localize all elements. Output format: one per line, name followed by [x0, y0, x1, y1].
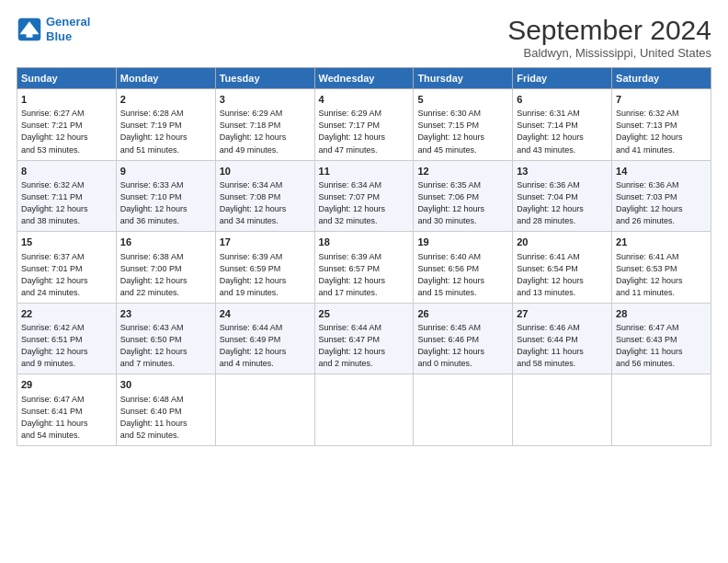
col-header-thursday: Thursday — [414, 68, 513, 89]
cell-2-2: 17Sunrise: 6:39 AMSunset: 6:59 PMDayligh… — [215, 232, 314, 304]
day-number: 27 — [517, 307, 608, 321]
day-number: 12 — [417, 165, 508, 178]
cell-content: Sunrise: 6:43 AMSunset: 6:50 PMDaylight:… — [120, 322, 211, 370]
day-number: 14 — [616, 165, 707, 178]
cell-4-1: 30Sunrise: 6:48 AMSunset: 6:40 PMDayligh… — [116, 374, 215, 446]
logo-icon — [17, 17, 42, 42]
cell-1-1: 9Sunrise: 6:33 AMSunset: 7:10 PMDaylight… — [116, 160, 215, 232]
cell-content: Sunrise: 6:34 AMSunset: 7:08 PMDaylight:… — [220, 179, 311, 227]
cell-content: Sunrise: 6:47 AMSunset: 6:41 PMDaylight:… — [21, 394, 112, 442]
cell-content: Sunrise: 6:44 AMSunset: 6:49 PMDaylight:… — [220, 322, 311, 370]
cell-content: Sunrise: 6:32 AMSunset: 7:11 PMDaylight:… — [21, 179, 112, 227]
header: General Blue September 2024 Baldwyn, Mis… — [17, 15, 711, 60]
main-title: September 2024 — [507, 15, 711, 46]
week-row-1: 8Sunrise: 6:32 AMSunset: 7:11 PMDaylight… — [17, 160, 711, 232]
cell-content: Sunrise: 6:28 AMSunset: 7:19 PMDaylight:… — [120, 108, 211, 155]
cell-2-4: 19Sunrise: 6:40 AMSunset: 6:56 PMDayligh… — [414, 232, 513, 304]
col-header-saturday: Saturday — [612, 68, 711, 89]
day-number: 25 — [319, 307, 410, 321]
day-number: 10 — [220, 165, 311, 178]
cell-content: Sunrise: 6:46 AMSunset: 6:44 PMDaylight:… — [517, 322, 608, 370]
day-number: 7 — [616, 93, 707, 107]
cell-content: Sunrise: 6:31 AMSunset: 7:14 PMDaylight:… — [517, 108, 608, 155]
day-number: 19 — [417, 236, 508, 249]
cell-content: Sunrise: 6:41 AMSunset: 6:53 PMDaylight:… — [616, 251, 707, 299]
day-number: 13 — [517, 165, 608, 178]
cell-0-6: 7Sunrise: 6:32 AMSunset: 7:13 PMDaylight… — [612, 89, 711, 161]
cell-4-6 — [612, 374, 711, 446]
logo-text: General Blue — [46, 15, 90, 43]
cell-content: Sunrise: 6:35 AMSunset: 7:06 PMDaylight:… — [417, 179, 508, 227]
cell-1-2: 10Sunrise: 6:34 AMSunset: 7:08 PMDayligh… — [215, 160, 314, 232]
cell-1-4: 12Sunrise: 6:35 AMSunset: 7:06 PMDayligh… — [414, 160, 513, 232]
day-number: 20 — [517, 236, 608, 249]
day-number: 29 — [21, 378, 112, 392]
cell-content: Sunrise: 6:40 AMSunset: 6:56 PMDaylight:… — [417, 251, 508, 299]
cell-content: Sunrise: 6:27 AMSunset: 7:21 PMDaylight:… — [21, 108, 112, 155]
cell-content: Sunrise: 6:29 AMSunset: 7:17 PMDaylight:… — [319, 108, 410, 155]
cell-content: Sunrise: 6:48 AMSunset: 6:40 PMDaylight:… — [120, 394, 211, 442]
cell-content: Sunrise: 6:39 AMSunset: 6:57 PMDaylight:… — [319, 251, 410, 299]
cell-4-0: 29Sunrise: 6:47 AMSunset: 6:41 PMDayligh… — [17, 374, 117, 446]
cell-3-6: 28Sunrise: 6:47 AMSunset: 6:43 PMDayligh… — [612, 303, 711, 374]
day-number: 26 — [417, 307, 508, 321]
logo: General Blue — [17, 15, 90, 43]
cell-4-2 — [215, 374, 314, 446]
day-number: 6 — [517, 93, 608, 107]
cell-content: Sunrise: 6:45 AMSunset: 6:46 PMDaylight:… — [417, 322, 508, 370]
cell-content: Sunrise: 6:33 AMSunset: 7:10 PMDaylight:… — [120, 179, 211, 227]
cell-content: Sunrise: 6:39 AMSunset: 6:59 PMDaylight:… — [220, 251, 311, 299]
day-number: 17 — [220, 236, 311, 249]
title-block: September 2024 Baldwyn, Mississippi, Uni… — [507, 15, 711, 60]
col-header-sunday: Sunday — [17, 68, 117, 89]
day-number: 4 — [319, 93, 410, 107]
cell-3-4: 26Sunrise: 6:45 AMSunset: 6:46 PMDayligh… — [414, 303, 513, 374]
day-number: 23 — [120, 307, 211, 321]
cell-3-2: 24Sunrise: 6:44 AMSunset: 6:49 PMDayligh… — [215, 303, 314, 374]
col-header-friday: Friday — [513, 68, 612, 89]
cell-2-5: 20Sunrise: 6:41 AMSunset: 6:54 PMDayligh… — [513, 232, 612, 304]
cell-1-5: 13Sunrise: 6:36 AMSunset: 7:04 PMDayligh… — [513, 160, 612, 232]
cell-content: Sunrise: 6:44 AMSunset: 6:47 PMDaylight:… — [319, 322, 410, 370]
page: General Blue September 2024 Baldwyn, Mis… — [0, 0, 728, 563]
cell-4-4 — [414, 374, 513, 446]
cell-0-2: 3Sunrise: 6:29 AMSunset: 7:18 PMDaylight… — [215, 89, 314, 161]
cell-4-3 — [314, 374, 414, 446]
col-header-monday: Monday — [116, 68, 215, 89]
cell-content: Sunrise: 6:47 AMSunset: 6:43 PMDaylight:… — [616, 322, 707, 370]
cell-0-5: 6Sunrise: 6:31 AMSunset: 7:14 PMDaylight… — [513, 89, 612, 161]
cell-content: Sunrise: 6:36 AMSunset: 7:03 PMDaylight:… — [616, 179, 707, 227]
col-header-wednesday: Wednesday — [314, 68, 414, 89]
cell-2-1: 16Sunrise: 6:38 AMSunset: 7:00 PMDayligh… — [116, 232, 215, 304]
cell-content: Sunrise: 6:42 AMSunset: 6:51 PMDaylight:… — [21, 322, 112, 370]
cell-3-5: 27Sunrise: 6:46 AMSunset: 6:44 PMDayligh… — [513, 303, 612, 374]
day-number: 8 — [21, 165, 112, 178]
week-row-0: 1Sunrise: 6:27 AMSunset: 7:21 PMDaylight… — [17, 89, 711, 161]
cell-2-3: 18Sunrise: 6:39 AMSunset: 6:57 PMDayligh… — [314, 232, 414, 304]
day-number: 1 — [21, 93, 112, 107]
cell-content: Sunrise: 6:41 AMSunset: 6:54 PMDaylight:… — [517, 251, 608, 299]
day-number: 30 — [120, 378, 211, 392]
week-row-4: 29Sunrise: 6:47 AMSunset: 6:41 PMDayligh… — [17, 374, 711, 446]
day-number: 18 — [319, 236, 410, 249]
cell-2-6: 21Sunrise: 6:41 AMSunset: 6:53 PMDayligh… — [612, 232, 711, 304]
day-number: 5 — [417, 93, 508, 107]
day-number: 21 — [616, 236, 707, 249]
logo-line2: Blue — [46, 29, 72, 43]
cell-4-5 — [513, 374, 612, 446]
logo-line1: General — [46, 15, 90, 29]
col-header-tuesday: Tuesday — [215, 68, 314, 89]
day-number: 24 — [220, 307, 311, 321]
day-number: 16 — [120, 236, 211, 249]
day-number: 15 — [21, 236, 112, 249]
day-number: 11 — [319, 165, 410, 178]
cell-content: Sunrise: 6:32 AMSunset: 7:13 PMDaylight:… — [616, 108, 707, 155]
cell-3-0: 22Sunrise: 6:42 AMSunset: 6:51 PMDayligh… — [17, 303, 117, 374]
cell-content: Sunrise: 6:30 AMSunset: 7:15 PMDaylight:… — [417, 108, 508, 155]
subtitle: Baldwyn, Mississippi, United States — [507, 46, 711, 60]
day-number: 2 — [120, 93, 211, 107]
cell-2-0: 15Sunrise: 6:37 AMSunset: 7:01 PMDayligh… — [17, 232, 117, 304]
cell-content: Sunrise: 6:36 AMSunset: 7:04 PMDaylight:… — [517, 179, 608, 227]
cell-content: Sunrise: 6:29 AMSunset: 7:18 PMDaylight:… — [220, 108, 311, 155]
day-number: 9 — [120, 165, 211, 178]
